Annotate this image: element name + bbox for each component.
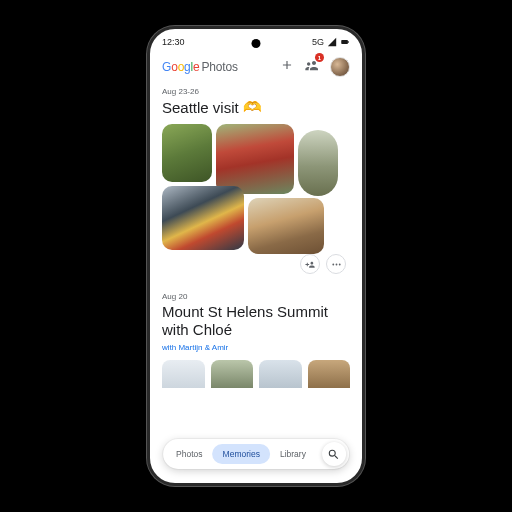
sharing-icon[interactable]: 1	[304, 57, 320, 77]
status-network: 5G	[312, 37, 324, 47]
battery-icon	[340, 37, 350, 47]
svg-point-2	[332, 263, 334, 265]
svg-rect-0	[341, 40, 348, 44]
photo-tile[interactable]	[248, 198, 324, 254]
memory-date: Aug 20	[162, 292, 350, 301]
memory-date: Aug 23-26	[162, 87, 350, 96]
content-scroll[interactable]: Aug 23-26 Seattle visit 🫶	[150, 87, 362, 388]
signal-icon	[327, 37, 337, 47]
collage-actions	[300, 254, 346, 274]
add-icon[interactable]	[280, 58, 294, 76]
app-header: GooglePhotos 1	[150, 55, 362, 85]
memory-with[interactable]: with Martijn & Amir	[162, 343, 350, 352]
photo-tile[interactable]	[162, 360, 205, 388]
photo-tile[interactable]	[162, 186, 244, 250]
photo-collage	[162, 124, 350, 274]
status-time: 12:30	[162, 37, 185, 47]
tab-photos[interactable]: Photos	[166, 444, 212, 464]
header-actions: 1	[280, 57, 350, 77]
photo-tile[interactable]	[259, 360, 302, 388]
camera-hole	[252, 39, 261, 48]
photo-row-peek	[162, 360, 350, 388]
memory-title: Mount St Helens Summit with Chloé	[162, 303, 342, 339]
heart-hands-emoji: 🫶	[243, 98, 262, 116]
svg-point-3	[335, 263, 337, 265]
svg-point-4	[338, 263, 340, 265]
memory-card-seattle[interactable]: Aug 23-26 Seattle visit 🫶	[162, 87, 350, 274]
tab-memories[interactable]: Memories	[213, 444, 270, 464]
search-icon	[327, 448, 340, 461]
add-people-button[interactable]	[300, 254, 320, 274]
photo-tile[interactable]	[162, 124, 212, 182]
svg-rect-1	[348, 41, 349, 43]
memory-card-helens[interactable]: Aug 20 Mount St Helens Summit with Chloé…	[162, 292, 350, 388]
phone-frame: 12:30 5G GooglePhotos 1 Aug 23-26 Seattl…	[147, 26, 365, 486]
photo-tile[interactable]	[216, 124, 294, 194]
avatar[interactable]	[330, 57, 350, 77]
photo-tile[interactable]	[211, 360, 254, 388]
google-photos-logo[interactable]: GooglePhotos	[162, 60, 238, 74]
notification-badge: 1	[315, 53, 324, 62]
search-button[interactable]	[322, 442, 346, 466]
photo-tile[interactable]	[298, 130, 338, 196]
bottom-nav: Photos Memories Library	[163, 439, 349, 469]
memory-title: Seattle visit 🫶	[162, 98, 350, 116]
status-right: 5G	[312, 37, 350, 47]
more-button[interactable]	[326, 254, 346, 274]
tab-library[interactable]: Library	[270, 444, 316, 464]
photo-tile[interactable]	[308, 360, 351, 388]
